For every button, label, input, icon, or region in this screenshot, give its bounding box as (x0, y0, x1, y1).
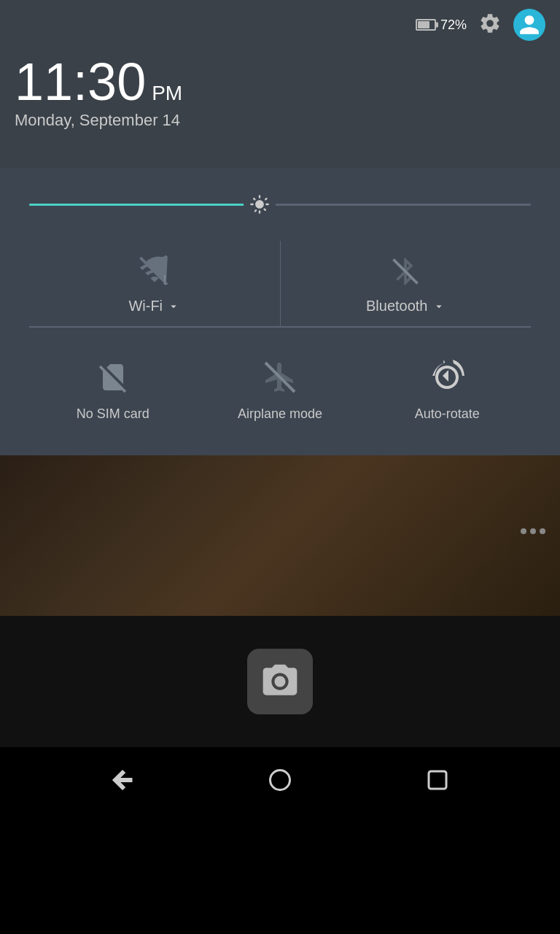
auto-rotate-icon-container (427, 357, 467, 398)
svg-text:!: ! (163, 272, 167, 287)
no-sim-action[interactable]: No SIM card (29, 342, 196, 433)
recents-icon (424, 767, 451, 793)
time-area: 11:30 PM Monday, September 14 (15, 55, 545, 130)
brightness-fill (29, 204, 270, 206)
bluetooth-label: Bluetooth (366, 298, 428, 314)
wifi-icon-container: ! (136, 252, 174, 290)
no-sim-icon-container (93, 357, 133, 398)
back-icon (109, 767, 136, 793)
status-bar: 72% 11:30 PM Monday, September 14 (0, 0, 560, 168)
time-period: PM (152, 82, 182, 105)
wifi-icon: ! (139, 255, 171, 287)
user-avatar[interactable] (513, 9, 545, 41)
svg-point-3 (271, 771, 290, 790)
back-button[interactable] (109, 767, 136, 793)
bluetooth-toggle[interactable]: Bluetooth (281, 241, 532, 328)
battery-area: 72% (416, 18, 467, 33)
bluetooth-icon (389, 255, 421, 287)
auto-rotate-label: Auto-rotate (415, 406, 480, 422)
recents-button[interactable] (424, 767, 451, 793)
wifi-toggle[interactable]: ! Wi-Fi (29, 241, 281, 328)
airplane-icon-container (260, 357, 300, 398)
battery-percent: 72% (440, 18, 467, 33)
wifi-chevron-icon (167, 300, 180, 313)
actions-row: No SIM card Airplane mode Auto-rotate (29, 342, 531, 433)
settings-button[interactable] (478, 12, 502, 38)
wallpaper-area (0, 455, 560, 616)
more-dots[interactable] (521, 528, 545, 534)
time-display: 11:30 (15, 55, 146, 108)
dot-3 (540, 528, 545, 534)
home-button[interactable] (267, 767, 293, 793)
dot-1 (521, 528, 526, 534)
dot-2 (530, 528, 536, 534)
bluetooth-icon-container (386, 252, 424, 290)
auto-rotate-action[interactable]: Auto-rotate (364, 342, 531, 433)
airplane-icon (262, 360, 298, 395)
camera-button[interactable] (247, 649, 313, 714)
nav-bar (0, 747, 560, 813)
camera-area (0, 616, 560, 747)
airplane-mode-label: Airplane mode (238, 406, 322, 422)
brightness-track (29, 204, 531, 206)
brightness-icon (249, 194, 270, 215)
no-sim-label: No SIM card (77, 406, 149, 422)
gear-icon (478, 12, 502, 35)
wifi-label: Wi-Fi (128, 298, 163, 314)
airplane-mode-action[interactable]: Airplane mode (196, 342, 363, 433)
camera-icon (260, 661, 300, 702)
brightness-row (29, 190, 531, 219)
svg-rect-4 (429, 771, 446, 789)
brightness-slider[interactable] (29, 190, 531, 219)
home-icon (267, 767, 293, 793)
toggles-row: ! Wi-Fi Bluetooth (29, 241, 531, 328)
brightness-thumb[interactable] (244, 188, 276, 220)
quick-settings-panel: ! Wi-Fi Bluetooth (0, 168, 560, 455)
no-sim-icon (96, 360, 131, 395)
person-icon (518, 13, 541, 36)
auto-rotate-icon (429, 360, 464, 395)
bluetooth-chevron-icon (432, 300, 446, 313)
battery-icon (416, 19, 436, 31)
date-display: Monday, September 14 (15, 111, 545, 130)
